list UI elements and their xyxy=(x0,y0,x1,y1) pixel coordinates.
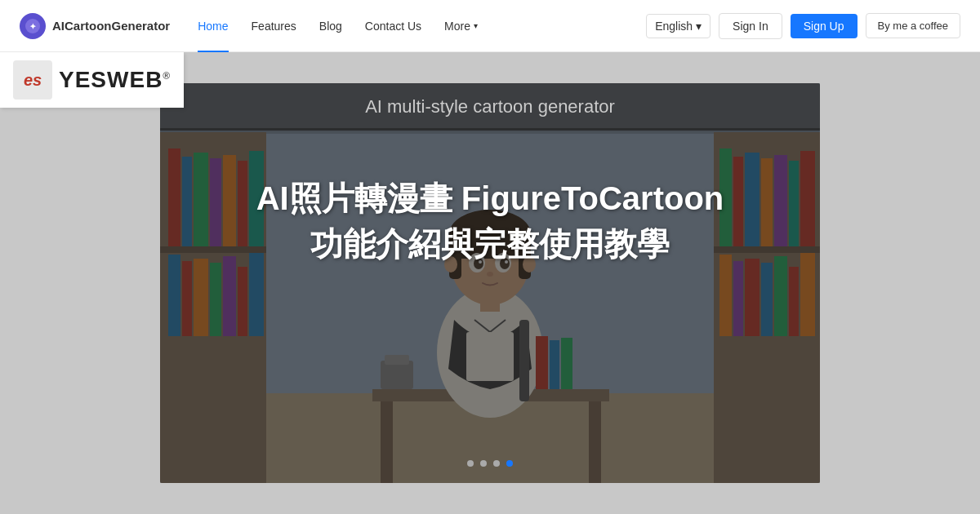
brand-name: AICartoonGenerator xyxy=(52,19,170,33)
carousel-dot-1[interactable] xyxy=(467,460,474,467)
carousel-dots xyxy=(160,460,820,467)
yesweb-logo-icon: es xyxy=(13,60,52,100)
blog-title-line1: AI照片轉漫畫 FigureToCartoon xyxy=(240,177,741,219)
carousel-dot-2[interactable] xyxy=(480,460,487,467)
nav-more[interactable]: More ▾ xyxy=(433,0,489,52)
blog-card: AI multi-style cartoon generator AI照片轉漫畫… xyxy=(160,83,820,483)
sign-up-button[interactable]: Sign Up xyxy=(791,14,858,38)
blog-title-line2: 功能介紹與完整使用教學 xyxy=(294,223,686,265)
blog-card-overlay: AI照片轉漫畫 FigureToCartoon 功能介紹與完整使用教學 xyxy=(160,128,820,483)
nav-features[interactable]: Features xyxy=(240,0,308,52)
nav-blog[interactable]: Blog xyxy=(308,0,354,52)
carousel-dot-3[interactable] xyxy=(493,460,500,467)
language-selector[interactable]: English ▾ xyxy=(646,14,710,38)
coffee-button[interactable]: By me a coffee xyxy=(866,13,960,38)
nav-links: Home Features Blog Contact Us More ▾ xyxy=(186,0,646,52)
brand-icon: ✦ xyxy=(20,13,46,39)
sign-in-button[interactable]: Sign In xyxy=(719,13,782,39)
main-content: AI multi-style cartoon generator AI照片轉漫畫… xyxy=(0,52,980,514)
nav-contact-us[interactable]: Contact Us xyxy=(354,0,433,52)
navbar-right: English ▾ Sign In Sign Up By me a coffee xyxy=(646,13,960,39)
brand[interactable]: ✦ AICartoonGenerator xyxy=(20,13,170,39)
svg-text:✦: ✦ xyxy=(29,22,37,31)
blog-card-header: AI multi-style cartoon generator xyxy=(160,83,820,131)
blog-card-subtitle: AI multi-style cartoon generator xyxy=(365,96,615,117)
yesweb-name: YESWEB® xyxy=(59,67,171,93)
carousel-dot-4[interactable] xyxy=(506,460,513,467)
navbar: ✦ AICartoonGenerator Home Features Blog … xyxy=(0,0,980,52)
more-chevron-icon: ▾ xyxy=(474,21,478,30)
lang-chevron-icon: ▾ xyxy=(696,20,702,33)
yesweb-badge: es YESWEB® xyxy=(0,52,184,108)
nav-home[interactable]: Home xyxy=(186,0,239,52)
